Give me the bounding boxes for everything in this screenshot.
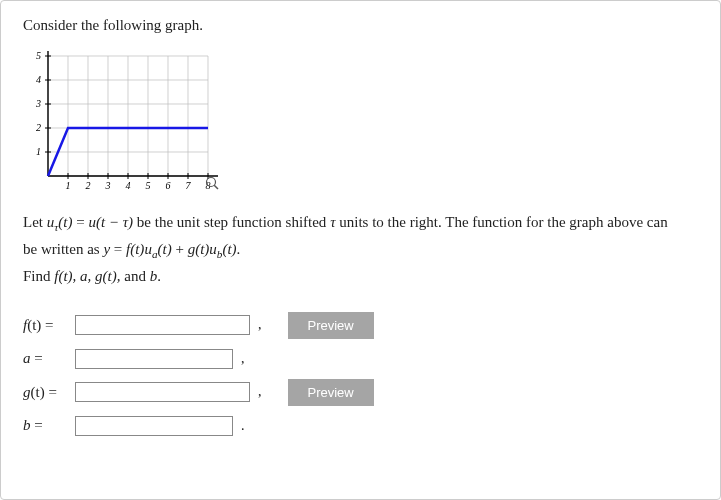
uaarg: (t)	[158, 241, 172, 257]
ftarg: (t)	[130, 241, 144, 257]
la: a	[23, 350, 31, 366]
row-a: a = ,	[23, 349, 698, 369]
svg-text:7: 7	[186, 180, 192, 191]
comma2: ,	[241, 351, 245, 367]
desc-line2: be written as y = f(t)ua(t) + g(t)ub(t).	[23, 241, 240, 257]
problem-container: Consider the following graph. 12345678 1…	[0, 0, 721, 500]
gtarg: (t)	[195, 241, 209, 257]
description: Let uτ(t) = u(t − τ) be the unit step fu…	[23, 210, 698, 290]
preview-button-ft[interactable]: Preview	[288, 312, 374, 339]
eq2: =	[110, 241, 126, 257]
lg: g	[23, 384, 31, 400]
svg-text:1: 1	[36, 146, 41, 157]
svg-text:2: 2	[86, 180, 91, 191]
answer-block: f(t) = , Preview a = , g(t) = , Preview …	[23, 312, 698, 436]
prompt-text: Consider the following graph.	[23, 17, 698, 34]
t2: be the unit step function shifted	[133, 214, 330, 230]
svg-text:5: 5	[146, 180, 151, 191]
label-gt: g(t) =	[23, 384, 67, 401]
arg2: (t − τ)	[96, 214, 133, 230]
eqg: =	[45, 384, 57, 400]
input-gt[interactable]	[75, 382, 250, 402]
svg-line-42	[214, 185, 218, 189]
lfa: (t)	[27, 317, 41, 333]
svg-text:3: 3	[35, 98, 41, 109]
t4: be written as	[23, 241, 103, 257]
graph-svg: 12345678 12345	[23, 46, 223, 196]
svg-text:3: 3	[105, 180, 111, 191]
input-ft[interactable]	[75, 315, 250, 335]
t3: units to the right. The function for the…	[336, 214, 668, 230]
grid	[48, 56, 208, 176]
label-a: a =	[23, 350, 67, 367]
t5: Find	[23, 268, 54, 284]
eqa: =	[31, 350, 43, 366]
ub: u	[209, 241, 217, 257]
desc-line3: Find f(t), a, g(t), and b.	[23, 268, 161, 284]
p1: .	[237, 241, 241, 257]
and: and	[124, 268, 149, 284]
input-a[interactable]	[75, 349, 233, 369]
label-ft: f(t) =	[23, 317, 67, 334]
eqb: =	[31, 417, 43, 433]
label-b: b =	[23, 417, 67, 434]
list: f(t), a, g(t),	[54, 268, 124, 284]
svg-text:4: 4	[36, 74, 41, 85]
svg-text:5: 5	[36, 50, 41, 61]
p2: .	[157, 268, 161, 284]
lga: (t)	[31, 384, 45, 400]
eq: =	[72, 214, 88, 230]
svg-text:6: 6	[166, 180, 171, 191]
arg: (t)	[58, 214, 72, 230]
period-b: .	[241, 418, 245, 434]
input-b[interactable]	[75, 416, 233, 436]
row-ft: f(t) = , Preview	[23, 312, 698, 339]
graph: 12345678 12345	[23, 46, 698, 196]
desc-text: Let uτ(t) = u(t − τ) be the unit step fu…	[23, 214, 668, 230]
svg-text:1: 1	[66, 180, 71, 191]
svg-text:2: 2	[36, 122, 41, 133]
plus: +	[172, 241, 188, 257]
preview-button-gt[interactable]: Preview	[288, 379, 374, 406]
lb: b	[23, 417, 31, 433]
t: Let	[23, 214, 47, 230]
svg-text:4: 4	[126, 180, 131, 191]
row-gt: g(t) = , Preview	[23, 379, 698, 406]
row-b: b = .	[23, 416, 698, 436]
u2: u	[88, 214, 96, 230]
ubarg: (t)	[222, 241, 236, 257]
ua: u	[144, 241, 152, 257]
comma3: ,	[258, 384, 262, 400]
comma1: ,	[258, 317, 262, 333]
eqf: =	[41, 317, 53, 333]
